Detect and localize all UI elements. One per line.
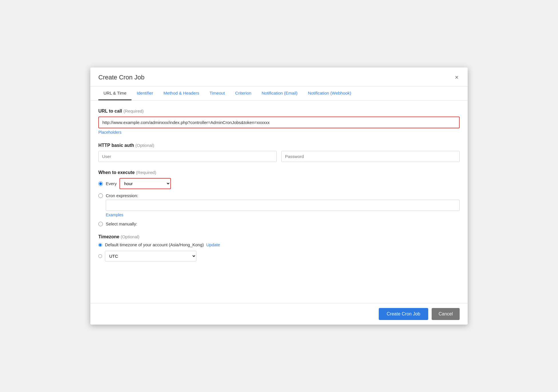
user-input[interactable]: [98, 151, 277, 162]
tab-notification-email[interactable]: Notification (Email): [256, 87, 303, 100]
password-input[interactable]: [281, 151, 460, 162]
url-section-label: URL to call (Required): [98, 109, 460, 114]
dialog-body: URL to call (Required) Placeholders HTTP…: [90, 101, 468, 303]
default-timezone-row: Default timezone of your account (Asia/H…: [98, 242, 460, 247]
tab-notification-webhook[interactable]: Notification (Webhook): [303, 87, 356, 100]
auth-section-label: HTTP basic auth (Optional): [98, 143, 460, 148]
tab-timeout[interactable]: Timeout: [204, 87, 230, 100]
url-section: URL to call (Required) Placeholders: [98, 109, 460, 135]
execute-required-text: (Required): [136, 170, 156, 175]
url-required-text: (Required): [123, 109, 144, 113]
tab-bar: URL & Time Identifier Method & Headers T…: [90, 87, 468, 101]
examples-link[interactable]: Examples: [106, 213, 123, 217]
cron-radio[interactable]: [98, 193, 103, 198]
timezone-optional-text: (Optional): [121, 234, 140, 239]
create-cron-job-dialog: Create Cron Job × URL & Time Identifier …: [90, 67, 468, 325]
dialog-footer: Create Cron Job Cancel: [90, 303, 468, 325]
auth-section: HTTP basic auth (Optional): [98, 143, 460, 162]
default-timezone-radio[interactable]: [98, 243, 102, 247]
cancel-button[interactable]: Cancel: [432, 308, 460, 320]
url-input[interactable]: [98, 117, 460, 128]
cron-expression-input[interactable]: [106, 200, 460, 211]
dialog-title: Create Cron Job: [98, 74, 144, 81]
manual-radio-row: Select manually:: [98, 221, 460, 226]
utc-select[interactable]: UTC: [105, 251, 196, 261]
tab-criterion[interactable]: Criterion: [230, 87, 257, 100]
tab-url-time[interactable]: URL & Time: [98, 87, 131, 100]
tab-method-headers[interactable]: Method & Headers: [158, 87, 204, 100]
cron-radio-label: Cron expression:: [106, 193, 138, 198]
manual-radio[interactable]: [98, 222, 103, 226]
cron-radio-row: Cron expression: Examples: [98, 193, 460, 217]
auth-optional-text: (Optional): [135, 143, 154, 148]
utc-timezone-radio[interactable]: [98, 254, 102, 258]
every-radio[interactable]: [98, 181, 103, 186]
every-radio-row: Every hour day week month: [98, 178, 460, 189]
execute-section: When to execute (Required) Every hour da…: [98, 170, 460, 226]
create-cron-job-button[interactable]: Create Cron Job: [379, 308, 428, 320]
placeholders-link[interactable]: Placeholders: [98, 130, 121, 135]
close-button[interactable]: ×: [454, 73, 460, 82]
every-radio-label: Every: [106, 181, 117, 186]
timezone-section: Timezone (Optional) Default timezone of …: [98, 234, 460, 261]
utc-timezone-row: UTC: [98, 251, 460, 261]
cron-input-area: Examples: [106, 200, 460, 217]
execute-section-label: When to execute (Required): [98, 170, 460, 175]
manual-radio-label: Select manually:: [106, 221, 137, 226]
frequency-select[interactable]: hour day week month: [119, 178, 171, 189]
update-timezone-link[interactable]: Update: [206, 242, 220, 247]
timezone-section-label: Timezone (Optional): [98, 234, 460, 239]
tab-identifier[interactable]: Identifier: [131, 87, 158, 100]
execute-radio-group: Every hour day week month Cron expressio…: [98, 178, 460, 226]
default-timezone-label: Default timezone of your account (Asia/H…: [105, 242, 220, 247]
dialog-header: Create Cron Job ×: [90, 67, 468, 87]
auth-inputs-row: [98, 151, 460, 162]
